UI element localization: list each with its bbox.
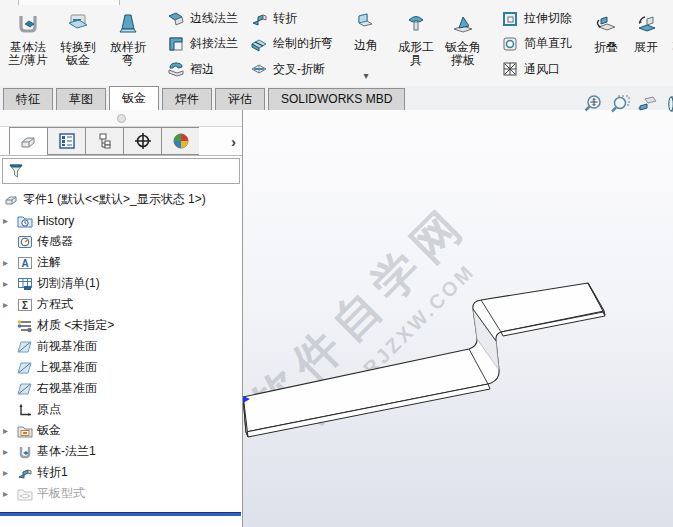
- corner-label: 边角: [350, 39, 382, 52]
- collapsed-arrow-icon[interactable]: ▸: [3, 257, 16, 268]
- cross-break-button[interactable]: 交叉-折断: [244, 57, 339, 82]
- sheet-metal-folder-icon: [16, 424, 33, 438]
- sketched-bend-icon: [250, 35, 268, 53]
- collapsed-arrow-icon[interactable]: ▸: [3, 299, 16, 310]
- zoom-fit-icon[interactable]: [581, 92, 604, 116]
- hem-button[interactable]: 褶边: [161, 57, 244, 82]
- miter-flange-icon: [167, 35, 185, 53]
- tab-weldments[interactable]: 焊件: [162, 88, 212, 110]
- no-bends-label: 不折弯: [668, 41, 673, 54]
- collapsed-arrow-icon[interactable]: ▸: [3, 425, 16, 436]
- ribbon-group-forming: 成形工具 钣金角撑板: [390, 0, 490, 86]
- tree-item-base-flange[interactable]: ▸ 基体-法兰1: [0, 441, 242, 462]
- filter-bar[interactable]: [2, 158, 240, 184]
- tree-item-top-plane[interactable]: 上视基准面: [0, 357, 242, 378]
- tree-item-history[interactable]: ▸ History: [0, 210, 242, 231]
- extruded-cut-label: 拉伸切除: [524, 10, 572, 27]
- jog-icon: [16, 466, 33, 480]
- collapsed-arrow-icon[interactable]: ▸: [3, 488, 16, 499]
- convert-to-sheet-metal-button[interactable]: 转换到钣金: [53, 4, 103, 84]
- vent-label: 通风口: [524, 61, 560, 78]
- forming-tool-button[interactable]: 成形工具: [393, 4, 439, 84]
- corner-dropdown-arrow[interactable]: ▾: [363, 71, 368, 83]
- sheet-metal-part-model[interactable]: [243, 110, 673, 527]
- ribbon-group-corner: 边角 ▾: [344, 0, 388, 86]
- fold-button[interactable]: 折叠: [586, 4, 626, 84]
- previous-view-icon[interactable]: [635, 92, 658, 116]
- material-icon: [16, 319, 33, 333]
- convert-to-sheet-metal-label: 转换到钣金: [55, 41, 101, 67]
- command-tab-bar: 特征 草图 钣金 焊件 评估 SOLIDWORKS MBD: [0, 86, 673, 110]
- tree-item-front-plane[interactable]: 前视基准面: [0, 336, 242, 357]
- ribbon-group-fold: 折叠 展开 不折弯: [583, 0, 673, 86]
- extruded-cut-icon: [501, 10, 519, 28]
- cross-break-icon: [250, 60, 268, 78]
- base-flange-button[interactable]: 基体法兰/薄片: [3, 4, 53, 84]
- zoom-area-icon[interactable]: [608, 92, 631, 116]
- tab-sheet-metal[interactable]: 钣金: [109, 86, 159, 110]
- tree-item-sensors[interactable]: 传感器: [0, 231, 242, 252]
- lofted-bend-button[interactable]: 放样折弯: [103, 4, 153, 84]
- tab-evaluate[interactable]: 评估: [215, 88, 265, 110]
- tab-solidworks-mbd[interactable]: SOLIDWORKS MBD: [268, 88, 405, 110]
- grip-dot-icon: [117, 114, 126, 123]
- sheet-metal-gusset-button[interactable]: 钣金角撑板: [439, 4, 487, 84]
- edge-flange-icon: [167, 10, 185, 28]
- property-list-icon: [57, 132, 77, 150]
- collapsed-arrow-icon[interactable]: ▸: [3, 215, 16, 226]
- tree-item-equations[interactable]: ▸ Σ 方程式: [0, 294, 242, 315]
- tree-item-label: 前视基准面: [37, 338, 97, 355]
- tree-item-label: 平板型式: [37, 485, 85, 502]
- collapsed-arrow-icon[interactable]: ▸: [3, 446, 16, 457]
- tree-item-cut-list[interactable]: ▸ 切割清单(1): [0, 273, 242, 294]
- forming-tool-icon: [403, 11, 429, 37]
- lofted-bend-label: 放样折弯: [105, 41, 151, 67]
- sheet-metal-gusset-icon: [450, 11, 476, 37]
- tree-item-right-plane[interactable]: 右视基准面: [0, 378, 242, 399]
- tab-propertymanager[interactable]: [47, 127, 85, 155]
- tab-features[interactable]: 特征: [3, 88, 53, 110]
- tree-item-flat-pattern[interactable]: ▸ 平板型式: [0, 483, 242, 504]
- panel-tabs-expand-chevron[interactable]: ›: [231, 133, 236, 150]
- forming-tool-label: 成形工具: [395, 41, 437, 67]
- panel-splitter-grip[interactable]: [0, 110, 242, 127]
- base-flange-label: 基体法兰/薄片: [5, 41, 51, 67]
- tree-item-origin[interactable]: 原点: [0, 399, 242, 420]
- jog-icon: [250, 10, 268, 28]
- section-view-icon[interactable]: [662, 92, 673, 116]
- display-sphere-icon: [171, 132, 191, 150]
- vent-button[interactable]: 通风口: [495, 57, 578, 82]
- extruded-cut-button[interactable]: 拉伸切除: [495, 6, 578, 31]
- unfold-button[interactable]: 展开: [626, 4, 666, 84]
- collapsed-arrow-icon[interactable]: ▸: [3, 467, 16, 478]
- corner-button[interactable]: 边角 ▾: [347, 4, 385, 84]
- hem-icon: [167, 60, 185, 78]
- tree-item-label: 上视基准面: [37, 359, 97, 376]
- miter-flange-button[interactable]: 斜接法兰: [161, 31, 244, 56]
- tab-featuremanager[interactable]: [9, 127, 47, 155]
- tab-sketch[interactable]: 草图: [56, 88, 106, 110]
- sketched-bend-button[interactable]: 绘制的折弯: [244, 31, 339, 56]
- tree-item-sheet-metal-folder[interactable]: ▸ 钣金: [0, 420, 242, 441]
- rollback-bar[interactable]: [0, 512, 241, 516]
- origin-icon: [16, 403, 33, 417]
- tab-dimxpertmanager[interactable]: [123, 127, 161, 155]
- tab-displaymanager[interactable]: [161, 127, 199, 155]
- ribbon-group-cuts: 拉伸切除 简单直孔 通风口: [492, 0, 581, 86]
- tree-item-label: 材质 <未指定>: [37, 317, 114, 334]
- annotations-icon: A: [16, 256, 33, 270]
- collapsed-arrow-icon[interactable]: ▸: [3, 278, 16, 289]
- cross-break-label: 交叉-折断: [273, 61, 325, 78]
- tree-item-jog1[interactable]: ▸ 转折1: [0, 462, 242, 483]
- tree-root-part[interactable]: 零件1 (默认<<默认>_显示状态 1>): [0, 189, 242, 210]
- history-folder-icon: [16, 214, 33, 228]
- simple-hole-button[interactable]: 简单直孔: [495, 31, 578, 56]
- tab-configurationmanager[interactable]: [85, 127, 123, 155]
- edge-flange-button[interactable]: 边线法兰: [161, 6, 244, 31]
- unfold-icon: [633, 11, 659, 37]
- tree-item-label: 钣金: [37, 422, 61, 439]
- jog-button[interactable]: 转折: [244, 6, 339, 31]
- graphics-viewport[interactable]: 软件自学网 WWW.RJZXW.COM: [243, 110, 673, 527]
- tree-item-annotations[interactable]: ▸ A 注解: [0, 252, 242, 273]
- tree-item-material[interactable]: 材质 <未指定>: [0, 315, 242, 336]
